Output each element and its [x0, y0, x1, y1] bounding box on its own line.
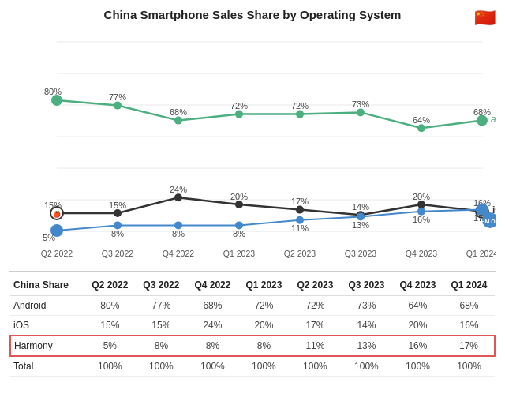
- table-wrapper: China Share Q2 2022 Q3 2022 Q4 2022 Q1 2…: [9, 271, 496, 377]
- svg-point-28: [235, 201, 243, 208]
- chart-svg: 80% 77% 68% 72% 72% 73% 64% 68% android …: [9, 26, 496, 263]
- svg-point-31: [417, 201, 425, 208]
- svg-text:15%: 15%: [44, 201, 62, 210]
- svg-text:Q3 2022: Q3 2022: [102, 249, 133, 258]
- row-label: iOS: [10, 316, 84, 336]
- svg-point-13: [417, 124, 425, 132]
- svg-text:72%: 72%: [291, 101, 309, 111]
- svg-text:5%: 5%: [43, 233, 55, 242]
- svg-text:Q1 2024: Q1 2024: [466, 249, 496, 258]
- row-cell: 17%: [443, 336, 495, 356]
- row-cell: 8%: [238, 336, 290, 356]
- row-cell: 100%: [443, 356, 495, 377]
- table-header-row: China Share Q2 2022 Q3 2022 Q4 2022 Q1 2…: [10, 275, 495, 296]
- svg-text:68%: 68%: [170, 107, 187, 117]
- svg-text:68%: 68%: [473, 107, 491, 117]
- row-cell: 64%: [392, 296, 443, 316]
- svg-text:HM OS: HM OS: [481, 219, 496, 224]
- svg-text:80%: 80%: [44, 87, 62, 96]
- svg-text:8%: 8%: [111, 229, 124, 238]
- row-cell: 100%: [238, 356, 290, 377]
- svg-text:🍎: 🍎: [53, 210, 61, 218]
- row-cell: 77%: [136, 296, 187, 316]
- row-cell: 5%: [84, 336, 136, 356]
- col-header-q1-2024: Q1 2024: [443, 275, 495, 296]
- data-table: China Share Q2 2022 Q3 2022 Q4 2022 Q1 2…: [9, 275, 496, 377]
- table-row: iOS15%15%24%20%17%14%20%16%: [10, 316, 495, 336]
- col-header-q3-2023: Q3 2023: [341, 275, 392, 296]
- row-cell: 17%: [290, 316, 341, 336]
- row-cell: 24%: [187, 316, 238, 336]
- row-label: Harmony: [10, 336, 84, 356]
- svg-point-47: [357, 212, 365, 220]
- svg-text:16%: 16%: [413, 215, 430, 224]
- svg-text:20%: 20%: [413, 192, 430, 201]
- row-cell: 72%: [238, 296, 290, 316]
- row-cell: 15%: [84, 316, 136, 336]
- row-cell: 100%: [341, 356, 392, 377]
- row-cell: 100%: [187, 356, 238, 377]
- svg-point-9: [174, 117, 182, 125]
- row-cell: 68%: [187, 296, 238, 316]
- row-cell: 100%: [392, 356, 443, 377]
- col-header-q2-2023: Q2 2023: [290, 275, 341, 296]
- svg-text:72%: 72%: [230, 101, 248, 111]
- row-cell: 72%: [290, 296, 341, 316]
- svg-point-10: [235, 111, 243, 118]
- chart-area: 80% 77% 68% 72% 72% 73% 64% 68% android …: [9, 26, 496, 263]
- svg-text:8%: 8%: [172, 229, 185, 238]
- col-header-q4-2023: Q4 2023: [392, 275, 443, 296]
- row-cell: 11%: [290, 336, 341, 356]
- row-cell: 16%: [392, 336, 443, 356]
- row-label: Total: [10, 356, 84, 377]
- svg-point-27: [174, 193, 182, 201]
- chart-title: China Smartphone Sales Share by Operatin…: [9, 8, 496, 21]
- row-cell: 100%: [290, 356, 341, 377]
- svg-point-8: [114, 102, 122, 110]
- svg-text:15%: 15%: [109, 201, 126, 210]
- svg-point-11: [296, 111, 304, 118]
- row-cell: 68%: [443, 296, 495, 316]
- svg-text:Q2 2022: Q2 2022: [41, 249, 73, 258]
- main-container: China Smartphone Sales Share by Operatin…: [0, 0, 505, 386]
- col-header-q2-2022: Q2 2022: [84, 275, 136, 296]
- svg-point-26: [114, 209, 122, 217]
- svg-text:Q1 2023: Q1 2023: [223, 249, 255, 258]
- svg-text:11%: 11%: [291, 223, 309, 233]
- row-cell: 13%: [341, 336, 392, 356]
- svg-text:Q3 2023: Q3 2023: [345, 249, 376, 258]
- row-cell: 15%: [136, 316, 187, 336]
- row-cell: 16%: [443, 316, 495, 336]
- row-cell: 80%: [84, 296, 136, 316]
- table-row: Android80%77%68%72%72%73%64%68%: [10, 296, 495, 316]
- row-cell: 8%: [187, 336, 238, 356]
- svg-point-12: [357, 108, 365, 116]
- table-row: Harmony5%8%8%8%11%13%16%17%: [10, 336, 495, 356]
- col-header-q3-2022: Q3 2022: [136, 275, 187, 296]
- table-row: Total100%100%100%100%100%100%100%100%: [10, 356, 495, 377]
- svg-text:24%: 24%: [170, 185, 187, 194]
- svg-text:73%: 73%: [352, 99, 369, 109]
- svg-text:14%: 14%: [352, 202, 369, 212]
- table-body: Android80%77%68%72%72%73%64%68%iOS15%15%…: [10, 296, 495, 377]
- row-label: Android: [10, 296, 84, 316]
- svg-text:8%: 8%: [233, 229, 245, 238]
- svg-point-29: [296, 206, 304, 214]
- svg-text:Q4 2023: Q4 2023: [406, 249, 437, 258]
- svg-text:64%: 64%: [413, 115, 430, 125]
- svg-point-44: [174, 221, 182, 229]
- svg-text:13%: 13%: [352, 220, 369, 230]
- svg-point-43: [114, 221, 122, 229]
- title-text: China Smartphone Sales Share by Operatin…: [104, 8, 402, 21]
- row-cell: 20%: [392, 316, 443, 336]
- row-cell: 20%: [238, 316, 290, 336]
- svg-point-7: [51, 95, 62, 106]
- row-cell: 14%: [341, 316, 392, 336]
- svg-point-45: [235, 221, 243, 229]
- row-cell: 8%: [136, 336, 187, 356]
- svg-text:Q4 2022: Q4 2022: [163, 249, 194, 258]
- svg-text:77%: 77%: [109, 92, 126, 102]
- row-cell: 100%: [136, 356, 187, 377]
- col-header-q1-2023: Q1 2023: [238, 275, 290, 296]
- row-cell: 100%: [84, 356, 136, 377]
